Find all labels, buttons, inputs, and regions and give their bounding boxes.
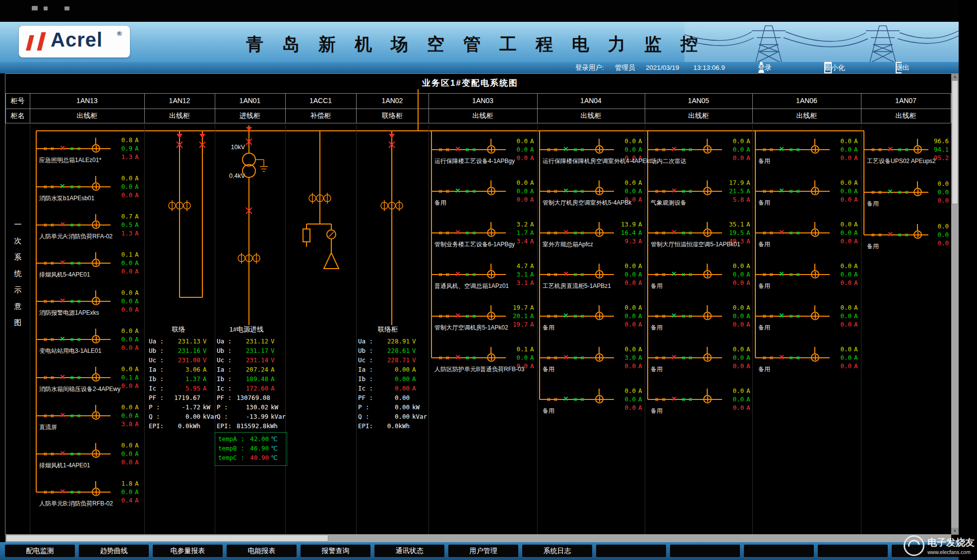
- meter-icon[interactable]: [487, 187, 495, 195]
- breaker-x-icon[interactable]: ×: [672, 227, 676, 237]
- nav-item-3[interactable]: 电参量报表: [153, 545, 223, 557]
- breaker-x-icon[interactable]: ×: [455, 269, 460, 279]
- scroll-up-icon[interactable]: ▲: [951, 73, 959, 80]
- meter-icon[interactable]: [92, 182, 100, 191]
- meter-icon[interactable]: [914, 145, 922, 154]
- nav-item-6[interactable]: 通讯状态: [374, 545, 444, 557]
- meter-icon[interactable]: [92, 449, 100, 458]
- meter-icon[interactable]: [811, 228, 819, 237]
- meter-icon[interactable]: [811, 312, 819, 320]
- meter-icon[interactable]: [487, 270, 495, 279]
- nav-item-8[interactable]: 系统日志: [522, 545, 592, 557]
- breaker-x-icon[interactable]: ×: [779, 352, 784, 362]
- phase-a-row: 19.7A: [506, 303, 534, 312]
- meter-icon[interactable]: [595, 228, 604, 237]
- meter-icon[interactable]: [703, 187, 712, 195]
- meter-icon[interactable]: [487, 312, 495, 320]
- breaker-x-icon[interactable]: ×: [563, 352, 568, 362]
- meter-icon[interactable]: [595, 395, 604, 403]
- breaker-x-icon[interactable]: ×: [672, 186, 676, 196]
- feeder-readings: 0.1A0.0A0.0A: [111, 250, 139, 276]
- meter-icon[interactable]: [811, 353, 819, 362]
- meter-icon[interactable]: [914, 230, 922, 239]
- meter-icon[interactable]: [92, 373, 100, 382]
- breaker-x-icon[interactable]: ×: [455, 311, 460, 321]
- breaker-x-icon[interactable]: ×: [888, 144, 893, 154]
- breaker-x-icon[interactable]: ×: [779, 186, 784, 196]
- phase-c-current-value: 0.0: [830, 195, 852, 204]
- current-unit: A: [854, 320, 858, 329]
- meter-icon[interactable]: [595, 145, 604, 154]
- breaker-x-icon[interactable]: ×: [60, 296, 65, 306]
- breaker-x-icon[interactable]: ×: [60, 487, 65, 497]
- breaker-x-icon[interactable]: ×: [672, 144, 676, 154]
- breaker-x-icon[interactable]: ×: [779, 269, 784, 279]
- meter-icon[interactable]: [703, 270, 712, 279]
- meter-icon[interactable]: [92, 144, 100, 153]
- meter-icon[interactable]: [811, 270, 819, 279]
- breaker-x-icon[interactable]: ×: [455, 186, 460, 196]
- breaker-x-icon[interactable]: ×: [563, 144, 568, 154]
- breaker-x-icon[interactable]: ×: [60, 220, 65, 229]
- breaker-x-icon[interactable]: ×: [563, 311, 568, 321]
- meter-icon[interactable]: [487, 145, 495, 154]
- meter-icon[interactable]: [703, 353, 712, 362]
- breaker-x-icon[interactable]: ×: [779, 144, 784, 154]
- breaker-x-icon[interactable]: ×: [779, 311, 784, 321]
- breaker-x-icon[interactable]: ×: [455, 352, 460, 362]
- meter-icon[interactable]: [92, 259, 100, 267]
- cabinet-id: 1AN01: [215, 93, 285, 109]
- nav-item-4[interactable]: 电能报表: [227, 545, 297, 557]
- meter-icon[interactable]: [92, 411, 100, 420]
- nav-item-7[interactable]: 用户管理: [448, 545, 518, 557]
- meter-icon[interactable]: [811, 187, 819, 195]
- vertical-scrollbar-thumb[interactable]: [952, 80, 958, 204]
- breaker-x-icon[interactable]: ×: [672, 269, 676, 279]
- drawout-arrow-icon: «: [50, 144, 54, 153]
- meter-icon[interactable]: [487, 228, 495, 237]
- panel-row: Ub :228.61V: [358, 346, 440, 355]
- meter-icon[interactable]: [487, 353, 495, 362]
- breaker-x-icon[interactable]: ×: [60, 258, 65, 268]
- breaker-x-icon[interactable]: ×: [563, 394, 568, 404]
- phase-a-current-value: 0.0: [111, 327, 132, 335]
- meter-icon[interactable]: [595, 312, 604, 320]
- breaker-x-icon[interactable]: ×: [60, 181, 65, 191]
- meter-icon[interactable]: [92, 221, 100, 229]
- nav-item-2[interactable]: 趋势曲线: [79, 545, 149, 557]
- horizontal-scrollbar-thumb[interactable]: [6, 535, 328, 542]
- meter-icon[interactable]: [811, 145, 819, 154]
- meter-icon[interactable]: [595, 187, 604, 195]
- meter-icon[interactable]: [914, 188, 922, 196]
- breaker-x-icon[interactable]: ×: [779, 227, 784, 237]
- phase-a-row: 0.0A: [830, 178, 858, 187]
- meter-icon[interactable]: [92, 488, 100, 496]
- breaker-x-icon[interactable]: ×: [563, 186, 568, 196]
- panel-row: Ib :189.48A: [217, 374, 299, 384]
- meter-icon[interactable]: [595, 270, 604, 279]
- nav-item-1[interactable]: 配电监测: [5, 545, 75, 557]
- meter-icon[interactable]: [92, 297, 100, 305]
- meter-icon[interactable]: [703, 395, 712, 403]
- nav-item-5[interactable]: 报警查询: [301, 545, 370, 557]
- meter-icon[interactable]: [703, 312, 712, 320]
- breaker-x-icon[interactable]: ×: [672, 394, 676, 404]
- breaker-x-icon[interactable]: ×: [60, 143, 65, 153]
- breaker-x-icon[interactable]: ×: [563, 227, 568, 237]
- current-unit: A: [135, 479, 139, 488]
- breaker-x-icon[interactable]: ×: [60, 410, 65, 420]
- breaker-x-icon[interactable]: ×: [888, 187, 893, 197]
- breaker-x-icon[interactable]: ×: [455, 144, 460, 154]
- meter-icon[interactable]: [92, 335, 100, 343]
- breaker-x-icon[interactable]: ×: [888, 229, 893, 239]
- breaker-x-icon[interactable]: ×: [60, 334, 65, 344]
- meter-icon[interactable]: [703, 228, 712, 237]
- breaker-x-icon[interactable]: ×: [455, 227, 460, 237]
- meter-icon[interactable]: [703, 145, 712, 154]
- breaker-x-icon[interactable]: ×: [563, 269, 568, 279]
- breaker-x-icon[interactable]: ×: [60, 372, 65, 382]
- meter-icon[interactable]: [595, 353, 604, 362]
- breaker-x-icon[interactable]: ×: [672, 352, 676, 362]
- breaker-x-icon[interactable]: ×: [60, 448, 65, 458]
- breaker-x-icon[interactable]: ×: [672, 311, 676, 321]
